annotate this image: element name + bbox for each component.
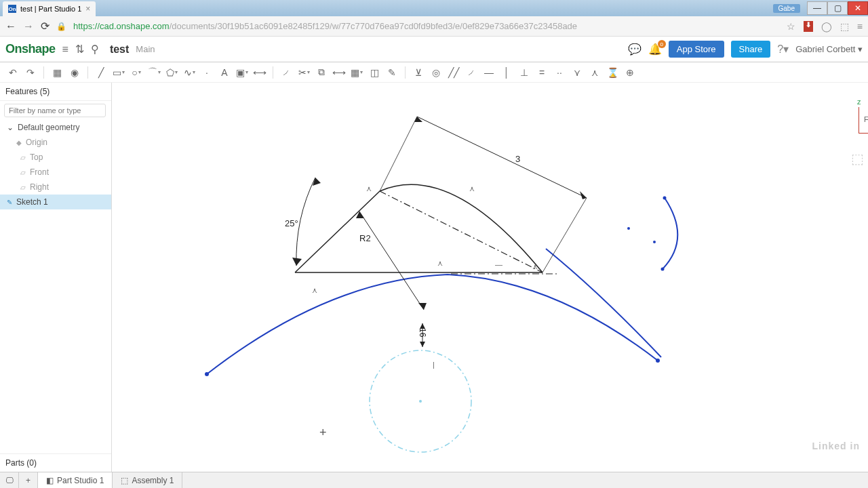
feature-filter-input[interactable]: [4, 104, 106, 117]
line-icon[interactable]: ╱: [94, 65, 108, 80]
use-icon[interactable]: ✎: [384, 65, 399, 80]
rectangle-icon[interactable]: ▭: [111, 65, 126, 80]
sketch-icon[interactable]: ▦: [50, 65, 64, 80]
svg-text:⋏: ⋏: [469, 184, 475, 192]
vertical-icon[interactable]: │: [499, 65, 514, 80]
tree-icon[interactable]: ⇅: [75, 43, 84, 56]
add-tab-icon[interactable]: +: [19, 472, 38, 489]
tab-bar: 🖵 + ◧Part Studio 1 ⬚Assembly 1: [0, 472, 868, 488]
svg-line-15: [359, 211, 424, 310]
config-icon[interactable]: ⚲: [91, 43, 99, 56]
offset-icon[interactable]: ⧉: [314, 65, 329, 80]
svg-marker-14: [292, 258, 302, 266]
undo-icon[interactable]: ↶: [5, 65, 20, 80]
mirror-icon[interactable]: ⟷: [332, 65, 347, 80]
equal-icon[interactable]: =: [534, 65, 549, 80]
part-studio-icon: ◧: [46, 476, 54, 485]
window-close-icon[interactable]: ✕: [848, 1, 868, 15]
tangent-icon[interactable]: ⟋: [464, 65, 479, 80]
onshape-logo[interactable]: Onshape: [5, 42, 56, 56]
spline-1: [207, 274, 658, 374]
app-store-button[interactable]: App Store: [669, 41, 724, 58]
tab-close-icon[interactable]: ×: [85, 4, 90, 14]
linkedin-badge: Linked in: [812, 441, 860, 451]
view-cube-icon[interactable]: ⬚: [851, 150, 864, 167]
tree-plane-right[interactable]: ▱Right: [0, 180, 111, 195]
user-menu[interactable]: Gabriel Corbett ▾: [795, 44, 863, 54]
help-icon[interactable]: ?▾: [777, 43, 789, 56]
horizontal-icon[interactable]: —: [481, 65, 496, 80]
tab-part-studio[interactable]: ◧Part Studio 1: [38, 472, 113, 489]
sketch-toolbar: ↶ ↷ ▦ ◉ ╱ ▭ ○ ⌒ ⬠ ∿ · A ▣ ⟷ ⟋ ✂ ⧉ ⟷ ▦ ◫ …: [0, 62, 868, 83]
window-minimize-icon[interactable]: —: [807, 1, 827, 15]
dim-angle[interactable]: 25°: [285, 218, 298, 228]
extensions-icon[interactable]: ⬚: [840, 21, 849, 32]
svg-point-6: [653, 241, 656, 243]
tree-origin[interactable]: ◆Origin: [0, 135, 111, 150]
symmetric-icon[interactable]: ⌛: [605, 65, 620, 80]
svg-text:⋏: ⋏: [532, 262, 538, 270]
tree-default-geometry[interactable]: ⌄Default geometry: [0, 120, 111, 135]
url-field[interactable]: https://cad.onshape.com/documents/30f19b…: [73, 21, 577, 31]
concentric-icon[interactable]: ◎: [429, 65, 443, 80]
normal-icon[interactable]: ⋎: [570, 65, 585, 80]
arc-icon[interactable]: ⌒: [146, 65, 161, 80]
svg-text:⋏: ⋏: [437, 259, 443, 267]
svg-point-2: [656, 359, 660, 363]
reload-icon[interactable]: ⟳: [41, 20, 50, 33]
pattern-icon[interactable]: ▦: [349, 65, 364, 80]
pierce-icon[interactable]: ⋏: [587, 65, 602, 80]
tree-sketch-1[interactable]: ✎Sketch 1: [0, 195, 111, 209]
svg-text:|: |: [433, 361, 435, 369]
pdf-icon[interactable]: ⬇: [804, 21, 813, 32]
parallel-icon[interactable]: ╱╱: [446, 65, 461, 80]
fillet-icon[interactable]: ⟋: [279, 65, 294, 80]
browser-tab[interactable]: On test | Part Studio 1 ×: [3, 1, 96, 16]
profile-icon[interactable]: ◯: [821, 21, 832, 32]
sketch-svg: ⋏ ⋏ ⋏ — ⋏ ⋏ | +: [112, 83, 868, 469]
graphics-area[interactable]: ⋏ ⋏ ⋏ — ⋏ ⋏ | + 3 25° R2 16 z Front x ⬚ …: [112, 83, 868, 472]
features-header: Features (5): [0, 83, 111, 101]
svg-point-0: [419, 400, 422, 403]
notifications-icon[interactable]: 🔔0: [648, 43, 662, 56]
circle-icon[interactable]: ○: [129, 65, 144, 80]
tab-assembly[interactable]: ⬚Assembly 1: [113, 472, 182, 489]
fix-icon[interactable]: ⊕: [623, 65, 637, 80]
favicon: On: [8, 5, 16, 13]
svg-text:—: —: [495, 260, 502, 268]
share-button[interactable]: Share: [731, 41, 771, 58]
display-icon[interactable]: 🖵: [0, 472, 19, 489]
trim-icon[interactable]: ✂: [296, 65, 311, 80]
midpoint-icon[interactable]: ··: [552, 65, 567, 80]
back-icon[interactable]: ←: [5, 20, 16, 33]
svg-marker-20: [420, 342, 425, 347]
transform-icon[interactable]: ◫: [367, 65, 382, 80]
extrude-icon[interactable]: ◉: [67, 65, 82, 80]
svg-point-3: [663, 197, 667, 200]
chat-icon[interactable]: 💬: [628, 43, 642, 56]
dimension-icon[interactable]: ⟷: [252, 65, 267, 80]
menu-icon[interactable]: ≡: [857, 21, 863, 32]
svg-marker-17: [418, 303, 427, 310]
dim-radius[interactable]: R2: [359, 233, 371, 243]
chrome-user-chip[interactable]: Gabe: [773, 4, 800, 13]
point-icon[interactable]: ·: [199, 65, 214, 80]
arc-right: [663, 198, 677, 269]
document-name[interactable]: test: [110, 43, 129, 56]
coincident-icon[interactable]: ⊻: [411, 65, 426, 80]
text-icon[interactable]: A: [217, 65, 232, 80]
redo-icon[interactable]: ↷: [23, 65, 38, 80]
dim-length[interactable]: 3: [515, 154, 520, 164]
star-icon[interactable]: ☆: [787, 21, 795, 32]
window-maximize-icon[interactable]: ▢: [827, 1, 848, 15]
svg-line-10: [542, 198, 587, 272]
dim-16[interactable]: 16: [418, 328, 427, 337]
svg-point-5: [627, 227, 630, 230]
polygon-icon[interactable]: ⬠: [164, 65, 179, 80]
menu-icon[interactable]: ≡: [62, 43, 68, 56]
perpendicular-icon[interactable]: ⊥: [517, 65, 532, 80]
tree-plane-top[interactable]: ▱Top: [0, 150, 111, 165]
tree-plane-front[interactable]: ▱Front: [0, 165, 111, 180]
construction-icon[interactable]: ▣: [235, 65, 250, 80]
spline-icon[interactable]: ∿: [182, 65, 197, 80]
